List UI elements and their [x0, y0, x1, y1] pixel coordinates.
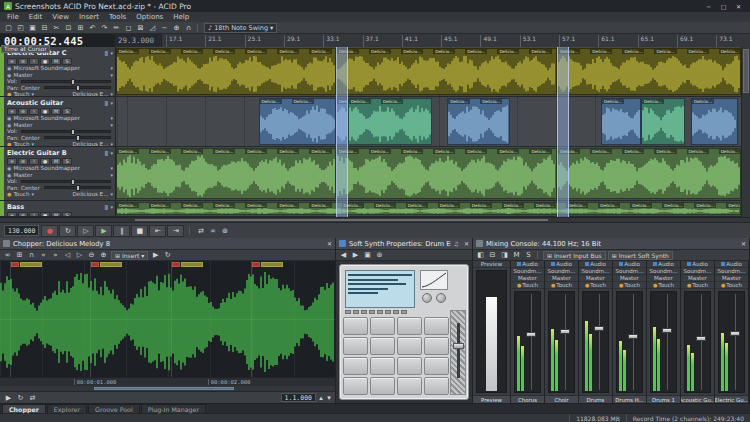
- fader-well[interactable]: [582, 291, 609, 393]
- save-icon[interactable]: ▣: [27, 23, 38, 33]
- marker-flag-olive[interactable]: [20, 262, 42, 267]
- fader-handle[interactable]: [628, 334, 638, 339]
- play-button[interactable]: ▶: [95, 225, 112, 237]
- beat-position-display[interactable]: 29.3.000: [115, 34, 161, 47]
- solo-icon[interactable]: S: [62, 58, 72, 65]
- menu-tools[interactable]: Tools: [104, 12, 131, 22]
- track-lane[interactable]: Delicio...Delicio...Delicio...Delicio...…: [116, 47, 741, 97]
- zoom-tool-icon[interactable]: ⊕: [171, 23, 182, 33]
- drum-knob-2[interactable]: [436, 293, 446, 303]
- mixer-strip[interactable]: AudioSoundm...Master●TouchDrums H...: [613, 261, 647, 403]
- timeline[interactable]: Delicio...Delicio...Delicio...Delicio...…: [115, 47, 750, 217]
- copy-icon[interactable]: ⊡: [63, 23, 74, 33]
- fader-handle[interactable]: [696, 336, 706, 341]
- track-automation-row[interactable]: ●Touch▾Delicious E...▾: [7, 191, 113, 198]
- scrollbar-thumb[interactable]: [135, 219, 548, 221]
- strip-automation-row[interactable]: ●Touch: [647, 282, 680, 289]
- drum-pad-1[interactable]: [343, 317, 368, 335]
- draw-tool-icon[interactable]: ✏: [111, 23, 122, 33]
- swing-selector[interactable]: ♪ 18th Note Swing ▾: [204, 23, 277, 33]
- close-icon[interactable]: ✕: [741, 240, 746, 247]
- slider-handle[interactable]: [76, 135, 80, 141]
- selection-tool-icon[interactable]: ◻: [123, 23, 134, 33]
- settings-icon[interactable]: ⊛: [374, 250, 385, 260]
- audio-clip[interactable]: Delicio...Delicio...Delicio...Delicio...…: [336, 148, 557, 199]
- menu-options[interactable]: Options: [131, 12, 168, 22]
- marker-flag-red[interactable]: [172, 262, 180, 267]
- track-menu-icon[interactable]: ≡: [7, 158, 17, 165]
- drum-knob-1[interactable]: [422, 293, 432, 303]
- chopper-insert-button[interactable]: ⊞ Insert ▾: [111, 251, 148, 260]
- downmix-icon[interactable]: ◨: [499, 250, 510, 260]
- strip-automation-row[interactable]: ●Touch: [715, 282, 748, 289]
- snap-icon[interactable]: ∩: [26, 250, 37, 260]
- scrollbar-thumb[interactable]: [94, 387, 235, 390]
- play-from-start-button[interactable]: ▷: [77, 225, 94, 237]
- snap-icon[interactable]: ∩: [183, 23, 194, 33]
- sync-icon[interactable]: ⇄: [27, 393, 38, 403]
- drum-mini-button[interactable]: [401, 310, 407, 314]
- audio-clip[interactable]: Delicio...: [691, 98, 738, 145]
- phase-icon[interactable]: !: [29, 158, 39, 165]
- close-icon[interactable]: ✕: [327, 240, 332, 247]
- slider-handle[interactable]: [76, 85, 80, 91]
- mute-all-icon[interactable]: M: [511, 250, 522, 260]
- menu-insert[interactable]: Insert: [74, 12, 104, 22]
- tab-explorer[interactable]: Explorer: [47, 404, 87, 413]
- minimize-button[interactable]: ─: [701, 1, 716, 11]
- grid-icon[interactable]: ⊞: [14, 250, 25, 260]
- drum-pad-16[interactable]: [424, 377, 449, 395]
- horizontal-scrollbar[interactable]: [0, 217, 750, 222]
- audio-clip[interactable]: Delicio...Delicio...: [259, 98, 337, 145]
- slider-handle[interactable]: [76, 185, 80, 191]
- drum-pad-7[interactable]: [397, 337, 422, 355]
- play-selection-icon[interactable]: ▶: [150, 250, 161, 260]
- drum-pad-14[interactable]: [370, 377, 395, 395]
- track-header[interactable]: Acoustic Guitar≣▾≡⊛!●MS◉Microsoft Soundm…: [0, 97, 115, 147]
- close-button[interactable]: ✕: [731, 1, 746, 11]
- chopper-scrollbar[interactable]: [0, 386, 335, 391]
- mixer-strip[interactable]: AudioSoundm...Master●TouchChorus: [511, 261, 545, 403]
- drum-pad-11[interactable]: [397, 357, 422, 375]
- fader-well[interactable]: [684, 291, 711, 393]
- audio-clip[interactable]: Delicio...: [641, 98, 685, 145]
- pan-slider[interactable]: [44, 86, 111, 89]
- chopper-titlebar[interactable]: Chopper: Delicious Melody 8 ✕: [0, 238, 335, 250]
- solo-icon[interactable]: S: [62, 158, 72, 165]
- drum-pad-4[interactable]: [424, 317, 449, 335]
- drum-mini-button[interactable]: [345, 310, 351, 314]
- drum-slider-handle[interactable]: [453, 343, 464, 349]
- tab-plug-in-manager[interactable]: Plug-In Manager: [141, 404, 206, 413]
- tab-chopper[interactable]: Chopper: [2, 404, 46, 413]
- drum-mini-button[interactable]: [353, 310, 359, 314]
- halve-selection-icon[interactable]: «: [38, 250, 49, 260]
- strip-type-row[interactable]: Audio: [545, 261, 578, 268]
- mixer-strip[interactable]: AudioSoundm...Master●TouchChoir: [545, 261, 579, 403]
- drum-pad-5[interactable]: [343, 337, 368, 355]
- drum-pad-12[interactable]: [424, 357, 449, 375]
- mute-icon[interactable]: M: [51, 158, 61, 165]
- preset-prev-icon[interactable]: ◀: [338, 250, 349, 260]
- strip-type-row[interactable]: Audio: [579, 261, 612, 268]
- fader-handle[interactable]: [662, 328, 672, 333]
- track-header[interactable]: Bass≣▾≡⊛!●MS: [0, 201, 115, 217]
- phase-icon[interactable]: !: [29, 108, 39, 115]
- phase-icon[interactable]: !: [29, 58, 39, 65]
- pan-slider[interactable]: [44, 186, 111, 189]
- maximize-button[interactable]: □: [716, 1, 731, 11]
- zoom-in-icon[interactable]: ⊕: [98, 250, 109, 260]
- fader-well[interactable]: [514, 291, 541, 393]
- link-icon[interactable]: ∞: [2, 250, 13, 260]
- paint-tool-icon[interactable]: ⊠: [135, 23, 146, 33]
- insert-input-bus-button[interactable]: ⊞ Insert Input Bus: [543, 251, 606, 260]
- pan-slider[interactable]: [44, 136, 111, 139]
- drum-mini-button[interactable]: [385, 310, 391, 314]
- fader-handle[interactable]: [526, 332, 536, 337]
- drum-pad-15[interactable]: [397, 377, 422, 395]
- tempo-display[interactable]: 130.000: [4, 225, 39, 236]
- track-lane[interactable]: Delicio...Delicio...Delicio...Delicio...…: [116, 147, 741, 201]
- drum-mini-button[interactable]: [361, 310, 367, 314]
- strip-type-row[interactable]: Audio: [613, 261, 646, 268]
- strip-automation-row[interactable]: ●Touch: [613, 282, 646, 289]
- record-button[interactable]: ●: [41, 225, 58, 237]
